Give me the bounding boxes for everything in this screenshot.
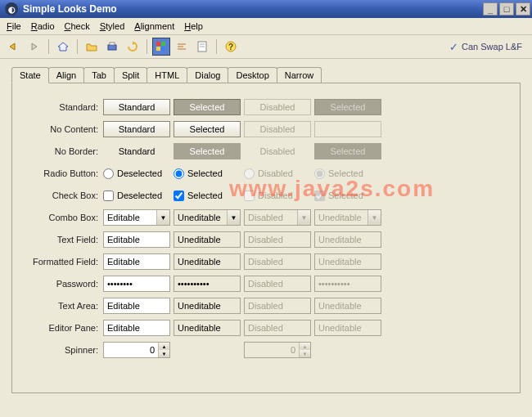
label-textfield: Text Field: [25, 235, 103, 244]
label-spinner: Spinner: [25, 345, 103, 355]
tab-state[interactable]: State [11, 67, 49, 83]
tab-split[interactable]: Split [114, 67, 147, 83]
menu-check[interactable]: Check [65, 21, 90, 31]
svg-rect-5 [161, 47, 165, 51]
label-password: Password: [25, 279, 103, 289]
formatted-uneditable: Uneditable [174, 253, 241, 270]
svg-text:?: ? [228, 43, 233, 52]
toolbar: ? ✓ Can Swap L&F [0, 35, 532, 59]
swap-label: Can Swap L&F [462, 42, 522, 52]
radio-selected-disabled: Selected [314, 168, 381, 179]
textarea-disabled: Disabled [244, 298, 311, 314]
check-selected[interactable]: Selected [174, 191, 241, 201]
nocontent-disabled: Disabled [244, 121, 311, 137]
tab-align[interactable]: Align [48, 67, 84, 83]
print-button[interactable] [103, 38, 121, 56]
titlebar: ◐ Simple Looks Demo _ □ ✕ [0, 0, 532, 18]
label-formatted: Formatted Field: [25, 257, 103, 267]
spinner-editable[interactable]: 0▲▼ [103, 342, 170, 358]
chevron-down-icon[interactable]: ▼ [156, 210, 169, 225]
palette-button[interactable] [152, 38, 170, 56]
tab-tab[interactable]: Tab [83, 67, 115, 83]
noborder-disabled: Disabled [244, 143, 311, 159]
nocontent-selected[interactable]: Selected [174, 121, 241, 137]
menu-help[interactable]: Help [184, 21, 203, 31]
check-disabled: Disabled [244, 191, 311, 201]
radio-deselected[interactable]: Deselected [103, 168, 170, 179]
help-button[interactable]: ? [222, 38, 240, 56]
document-button[interactable] [193, 38, 211, 56]
tab-dialog[interactable]: Dialog [187, 67, 228, 83]
refresh-button[interactable] [124, 38, 142, 56]
editorpane-uneditable: Uneditable [174, 320, 241, 336]
tab-desktop[interactable]: Desktop [228, 67, 277, 83]
textarea-uneditable-disabled: Uneditable [314, 298, 381, 314]
minimize-button[interactable]: _ [483, 2, 498, 16]
check-selected-disabled: Selected [314, 191, 381, 201]
forward-button[interactable] [25, 38, 43, 56]
back-button[interactable] [5, 38, 23, 56]
label-nocontent: No Content: [25, 124, 103, 134]
formatted-uneditable-disabled: Uneditable [314, 253, 381, 270]
password-uneditable-disabled: •••••••••• [314, 276, 381, 292]
standard-button[interactable]: Standard [103, 99, 170, 115]
label-noborder: No Border: [25, 146, 103, 156]
combo-uneditable-disabled: Uneditable▼ [314, 209, 381, 226]
password-disabled: Disabled [244, 276, 311, 292]
home-button[interactable] [54, 38, 72, 56]
editorpane-editable[interactable]: Editable [103, 320, 170, 336]
label-check: Check Box: [25, 191, 103, 200]
nocontent-standard[interactable]: Standard [103, 121, 170, 137]
spinner-up-icon[interactable]: ▲ [158, 343, 169, 350]
open-button[interactable] [83, 38, 101, 56]
textfield-editable[interactable]: Editable [103, 231, 170, 248]
tab-narrow[interactable]: Narrow [277, 67, 322, 83]
noborder-selected[interactable]: Selected [174, 143, 241, 159]
selected-button[interactable]: Selected [174, 99, 241, 115]
spinner-up-icon: ▲ [299, 343, 310, 350]
chevron-down-icon: ▼ [297, 210, 310, 225]
noborder-standard[interactable]: Standard [103, 143, 170, 159]
textfield-uneditable: Uneditable [174, 231, 241, 248]
menu-file[interactable]: File [7, 21, 21, 31]
tab-html[interactable]: HTML [147, 67, 187, 83]
label-combo: Combo Box: [25, 213, 103, 222]
spinner-down-icon[interactable]: ▼ [158, 350, 169, 357]
formatted-editable[interactable]: Editable [103, 253, 170, 270]
check-deselected[interactable]: Deselected [103, 191, 170, 201]
radio-selected[interactable]: Selected [174, 168, 241, 179]
label-editorpane: Editor Pane: [25, 323, 103, 333]
selected-disabled-button: Selected [314, 99, 381, 115]
radio-disabled: Disabled [244, 168, 311, 179]
chevron-down-icon[interactable]: ▼ [227, 210, 240, 225]
textarea-editable[interactable]: Editable [103, 298, 170, 314]
combo-disabled: Disabled▼ [244, 209, 311, 226]
svg-rect-4 [156, 47, 160, 51]
menu-alignment[interactable]: Alignment [134, 21, 174, 31]
password-editable[interactable]: •••••••• [103, 276, 170, 292]
combo-uneditable[interactable]: Uneditable▼ [174, 209, 241, 226]
svg-rect-3 [161, 42, 165, 46]
spinner-disabled: 0▲▼ [244, 342, 311, 358]
combo-editable[interactable]: Editable▼ [103, 209, 170, 226]
window-title: Simple Looks Demo [21, 3, 481, 15]
tabs: State Align Tab Split HTML Dialog Deskto… [11, 67, 521, 83]
maximize-button[interactable]: □ [499, 2, 514, 16]
separator [77, 39, 78, 54]
tab-panel: Standard: Standard Selected Disabled Sel… [11, 83, 521, 393]
label-radio: Radio Button: [25, 168, 103, 178]
check-icon: ✓ [449, 41, 458, 53]
menu-radio[interactable]: Radio [31, 21, 55, 31]
close-button[interactable]: ✕ [516, 2, 530, 16]
separator [216, 39, 217, 54]
app-icon: ◐ [5, 2, 18, 16]
label-textarea: Text Area: [25, 301, 103, 311]
spinner-down-icon: ▼ [299, 350, 310, 357]
password-uneditable: •••••••••• [174, 276, 241, 292]
menubar: File Radio Check Styled Alignment Help [0, 18, 532, 35]
menu-styled[interactable]: Styled [100, 21, 125, 31]
noborder-selected-disabled: Selected [314, 143, 381, 159]
svg-rect-2 [156, 42, 160, 46]
swap-laf[interactable]: ✓ Can Swap L&F [449, 41, 527, 53]
align-button[interactable] [173, 38, 191, 56]
